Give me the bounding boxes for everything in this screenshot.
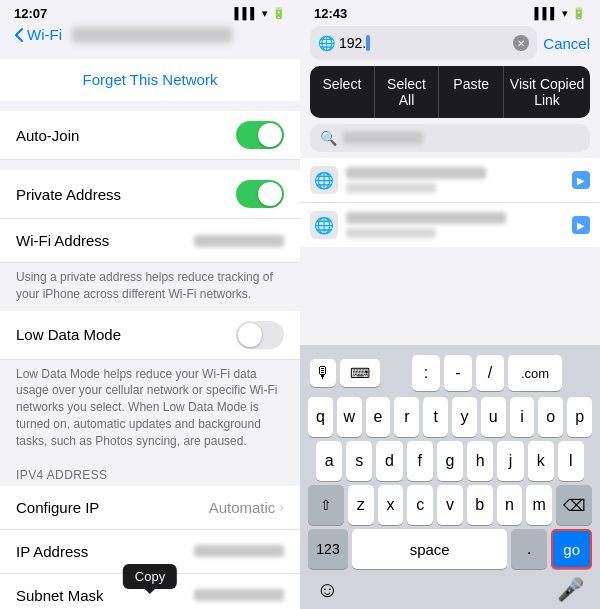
google-mic-btn[interactable]: 🎙 [310,359,336,387]
shift-key[interactable]: ⇧ [308,485,344,525]
key-n[interactable]: n [497,485,523,525]
key-u[interactable]: u [481,397,506,437]
battery-icon: 🔋 [272,7,286,20]
toggle-knob-2 [258,182,282,206]
globe-icon: 🌐 [318,35,335,51]
left-content: Forget This Network Auto-Join Private Ad… [0,49,300,609]
left-nav-bar: Wi-Fi [0,22,300,49]
search-bar[interactable]: 🔍 [310,124,590,152]
browser-item-sub-1 [346,183,436,193]
key-d[interactable]: d [376,441,402,481]
wifi-address-value [194,235,284,247]
browser-item-title-2 [346,212,506,224]
forget-network-label[interactable]: Forget This Network [83,71,218,88]
search-icon: 🔍 [320,130,337,146]
right-panel: 12:43 ▌▌▌ ▾ 🔋 🌐 192.​ ✕ Cancel Select Se… [300,0,600,609]
address-bar-row: 🌐 192.​ ✕ Cancel [300,22,600,66]
key-x[interactable]: x [378,485,404,525]
mic-button[interactable]: 🎤 [557,577,584,603]
right-status-icons: ▌▌▌ ▾ 🔋 [535,7,586,20]
low-data-row: Low Data Mode [0,311,300,360]
configure-ip-row[interactable]: Configure IP Automatic › [0,486,300,530]
left-status-icons: ▌▌▌ ▾ 🔋 [235,7,286,20]
low-data-info-text: Low Data Mode helps reduce your Wi-Fi da… [0,360,300,458]
nav-back-button[interactable]: Wi-Fi [14,26,62,43]
auto-join-toggle[interactable] [236,121,284,149]
private-address-toggle[interactable] [236,180,284,208]
keyboard-bottom-row: 123 space . go [304,529,596,573]
browser-item-right-1: ▶ [572,171,590,189]
key-j[interactable]: j [497,441,523,481]
key-w[interactable]: w [337,397,362,437]
address-bar[interactable]: 🌐 192.​ ✕ [310,26,537,60]
key-g[interactable]: g [437,441,463,481]
key-h[interactable]: h [467,441,493,481]
key-q[interactable]: q [308,397,333,437]
right-signal-icon: ▌▌▌ [535,7,558,19]
colon-key[interactable]: : [412,355,440,391]
emoji-button[interactable]: ☺ [316,577,338,603]
wifi-icon: ▾ [262,7,268,20]
right-status-bar: 12:43 ▌▌▌ ▾ 🔋 [300,0,600,22]
keyboard-emoji-row: ☺ 🎤 [304,573,596,605]
right-time: 12:43 [314,6,347,21]
key-y[interactable]: y [452,397,477,437]
key-p[interactable]: p [567,397,592,437]
subnet-mask-label: Subnet Mask [16,587,104,604]
key-f[interactable]: f [407,441,433,481]
key-t[interactable]: t [423,397,448,437]
keyboard-row-1: q w e r t y u i o p [304,397,596,441]
key-i[interactable]: i [510,397,535,437]
keyboard: 🎙 ⌨ : - / .com q w e r t y u i o p a s [300,345,600,609]
keyboard-layout-btn[interactable]: ⌨ [340,359,380,387]
low-data-toggle[interactable] [236,321,284,349]
browser-item-title-1 [346,167,486,179]
key-o[interactable]: o [538,397,563,437]
key-l[interactable]: l [558,441,584,481]
delete-key[interactable]: ⌫ [556,485,592,525]
clear-button[interactable]: ✕ [513,35,529,51]
left-panel: 12:07 ▌▌▌ ▾ 🔋 Wi-Fi Forget This Network … [0,0,300,609]
key-s[interactable]: s [346,441,372,481]
key-b[interactable]: b [467,485,493,525]
ctx-visit[interactable]: Visit Copied Link [504,66,590,118]
key-m[interactable]: m [526,485,552,525]
dotcom-key[interactable]: .com [508,355,562,391]
private-address-label: Private Address [16,186,121,203]
right-battery-icon: 🔋 [572,7,586,20]
ctx-paste[interactable]: Paste [439,66,504,118]
ctx-select-all[interactable]: Select All [375,66,440,118]
key-a[interactable]: a [316,441,342,481]
key-c[interactable]: c [407,485,433,525]
keyboard-special-row: 🎙 ⌨ : - / .com [304,351,596,397]
space-key[interactable]: space [352,529,507,569]
browser-list-item-2[interactable]: 🌐 ▶ [300,203,600,247]
keyboard-top-chars: : - / .com [384,355,590,391]
auto-join-row: Auto-Join [0,111,300,160]
toggle-knob [258,123,282,147]
key-k[interactable]: k [528,441,554,481]
slash-key[interactable]: / [476,355,504,391]
key-z[interactable]: z [348,485,374,525]
configure-ip-right: Automatic › [209,499,284,516]
key-v[interactable]: v [437,485,463,525]
dot-key[interactable]: . [511,529,547,569]
right-spacer [300,247,600,345]
dash-key[interactable]: - [444,355,472,391]
copy-tooltip: Copy [123,564,177,589]
browser-item-sub-2 [346,228,436,238]
go-key[interactable]: go [551,529,592,569]
ipv4-header: IPV4 ADDRESS [0,458,300,486]
browser-list: 🌐 ▶ 🌐 ▶ [300,158,600,247]
browser-list-item-1[interactable]: 🌐 ▶ [300,158,600,203]
address-text: 192.​ [339,35,513,51]
key-e[interactable]: e [366,397,391,437]
browser-item-text-1 [346,167,564,193]
keyboard-row-3: ⇧ z x c v b n m ⌫ [304,485,596,529]
cancel-button[interactable]: Cancel [543,35,590,52]
ctx-select[interactable]: Select [310,66,375,118]
key-r[interactable]: r [394,397,419,437]
wifi-address-row: Wi-Fi Address [0,219,300,263]
address-highlight: ​ [366,35,370,51]
num-key[interactable]: 123 [308,529,348,569]
